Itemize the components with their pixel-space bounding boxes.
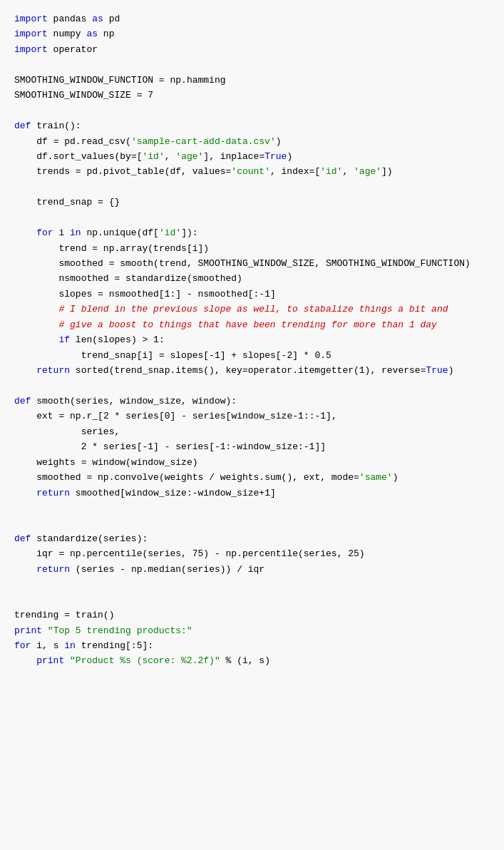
code-content: import pandas as pd import numpy as np i… bbox=[14, 11, 490, 669]
code-editor: import pandas as pd import numpy as np i… bbox=[0, 0, 504, 850]
